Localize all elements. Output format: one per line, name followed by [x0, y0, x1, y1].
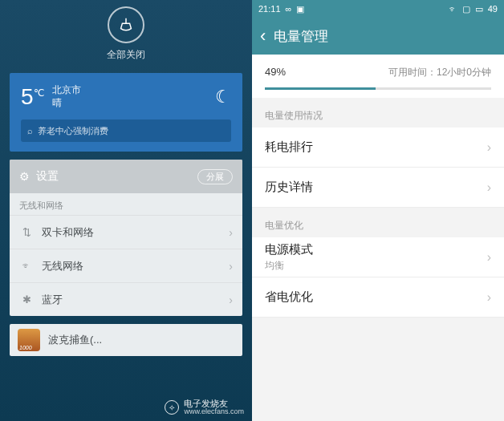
- avail-label: 可用时间：: [388, 67, 437, 78]
- sim-icon: ⇅: [19, 226, 34, 238]
- status-time: 21:11: [258, 4, 281, 14]
- chevron-right-icon: ›: [487, 290, 491, 305]
- item-power-ranking[interactable]: 耗电排行 ›: [252, 128, 504, 168]
- battery-percent: 49: [488, 4, 498, 14]
- back-button[interactable]: ‹: [260, 26, 266, 47]
- list-item-wifi[interactable]: ᯤ 无线网络 ›: [10, 249, 242, 282]
- list-item-label: 双卡和网络: [42, 225, 94, 240]
- weather-condition: 晴: [52, 97, 81, 110]
- watermark-url: www.elecfans.com: [184, 408, 244, 416]
- search-icon: ⌕: [27, 126, 33, 136]
- infinity-icon: ∞: [286, 4, 292, 14]
- temp-unit: ℃: [34, 87, 44, 99]
- game-card[interactable]: 波克捕鱼(...: [10, 324, 242, 356]
- chevron-right-icon: ›: [229, 226, 233, 239]
- search-placeholder: 养老中心强制消费: [38, 125, 108, 137]
- watermark-logo-icon: ✧: [165, 400, 179, 415]
- section-wireless-label: 无线和网络: [10, 193, 242, 215]
- wifi-status-icon: ᯤ: [449, 4, 457, 14]
- item-power-mode[interactable]: 电源模式 均衡 ›: [252, 237, 504, 277]
- page-title: 电量管理: [274, 27, 328, 46]
- chevron-right-icon: ›: [487, 180, 491, 195]
- app-bar: ‹ 电量管理: [252, 18, 504, 55]
- moon-icon: ☾: [215, 87, 231, 107]
- search-input[interactable]: ⌕ 养老中心强制消费: [21, 119, 231, 142]
- expand-pill[interactable]: 分展: [197, 169, 233, 184]
- wifi-icon: ᯤ: [19, 260, 34, 272]
- game-app-icon: [18, 329, 40, 351]
- item-history[interactable]: 历史详情 ›: [252, 168, 504, 208]
- settings-title: 设置: [36, 169, 59, 184]
- gear-icon: ⚙: [19, 170, 30, 183]
- close-all-label: 全部关闭: [0, 48, 252, 62]
- list-item-label: 无线网络: [42, 259, 83, 273]
- city-block: 北京市 晴: [52, 84, 81, 109]
- settings-card[interactable]: ⚙ 设置 分展 无线和网络 ⇅ 双卡和网络 › ᯤ 无线网络 › ✱ 蓝牙 ›: [10, 160, 242, 316]
- chevron-right-icon: ›: [487, 250, 491, 265]
- chevron-right-icon: ›: [229, 260, 233, 273]
- game-title: 波克捕鱼(...: [48, 333, 102, 347]
- list-item-sim[interactable]: ⇅ 双卡和网络 ›: [10, 215, 242, 249]
- list-item-bluetooth[interactable]: ✱ 蓝牙 ›: [10, 282, 242, 316]
- left-phone-recents: 全部关闭 5℃ 北京市 晴 ☾ ⌕ 养老中心强制消费 ⚙ 设置 分展 无线和网络…: [0, 0, 252, 421]
- battery-icon: ▭: [475, 4, 483, 14]
- brush-icon: [117, 16, 135, 34]
- chevron-right-icon: ›: [229, 293, 233, 306]
- watermark: ✧ 电子发烧友 www.elecfans.com: [165, 399, 244, 416]
- bluetooth-icon: ✱: [19, 293, 34, 306]
- item-label: 耗电排行: [265, 140, 313, 155]
- item-sublabel: 均衡: [265, 259, 313, 273]
- avail-value: 12小时0分钟: [437, 67, 491, 78]
- item-label: 省电优化: [265, 289, 313, 305]
- available-time: 可用时间：12小时0分钟: [388, 66, 491, 79]
- weather-row: 5℃ 北京市 晴 ☾: [21, 84, 231, 110]
- battery-summary: 49% 可用时间：12小时0分钟: [252, 55, 504, 98]
- right-phone-battery: 21:11 ∞ ▣ ᯤ ▢ ▭ 49 ‹ 电量管理 49% 可用时间：12小时0…: [252, 0, 504, 421]
- rotate-lock-icon: ▢: [462, 4, 470, 14]
- chevron-right-icon: ›: [487, 140, 491, 155]
- item-label: 历史详情: [265, 180, 313, 195]
- city-name: 北京市: [52, 84, 81, 97]
- group-usage-label: 电量使用情况: [252, 98, 504, 128]
- gallery-icon: ▣: [296, 4, 304, 14]
- item-label: 电源模式: [265, 242, 313, 257]
- group-optimize-label: 电量优化: [252, 208, 504, 237]
- temperature: 5℃: [21, 84, 44, 110]
- temp-value: 5: [21, 84, 34, 109]
- clean-button[interactable]: [108, 6, 144, 43]
- battery-progress: [265, 87, 491, 90]
- list-item-label: 蓝牙: [42, 293, 63, 307]
- battery-progress-fill: [265, 87, 376, 90]
- weather-card[interactable]: 5℃ 北京市 晴 ☾ ⌕ 养老中心强制消费: [10, 73, 242, 152]
- item-power-save[interactable]: 省电优化 ›: [252, 277, 504, 318]
- settings-header: ⚙ 设置 分展: [10, 160, 242, 193]
- battery-percent-large: 49%: [265, 66, 286, 79]
- status-bar: 21:11 ∞ ▣ ᯤ ▢ ▭ 49: [252, 0, 504, 18]
